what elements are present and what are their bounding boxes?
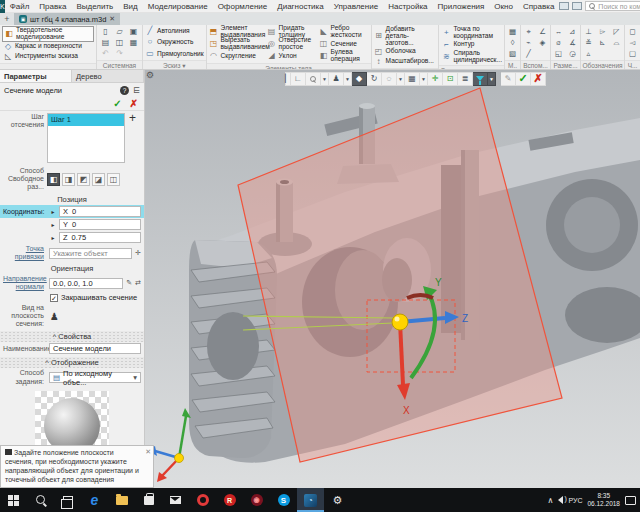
fit-all-icon[interactable]: ✛ [428, 72, 443, 86]
save-icon[interactable]: ▣ [127, 26, 140, 37]
display-section-header[interactable]: ^ Отображение [0, 357, 144, 368]
menu-file[interactable]: Файл [5, 0, 35, 13]
tool-icon[interactable] [536, 48, 549, 59]
settings-button[interactable]: ⚙ [324, 488, 351, 512]
step-item-selected[interactable]: Шаг 1 [48, 114, 124, 126]
rib-button[interactable]: ◣Ребро жесткости [319, 26, 369, 38]
zoom-tool-icon[interactable] [306, 72, 321, 86]
section-name-field[interactable]: Сечение модели [49, 343, 141, 354]
undo-icon[interactable]: ↶ [99, 48, 112, 59]
edit-pencil-icon[interactable]: ✎ [501, 72, 516, 86]
placement-mode-3-button[interactable]: ◩ [77, 173, 90, 186]
tool-icon[interactable]: ∠ [536, 26, 549, 37]
print-icon[interactable]: ▤ [99, 37, 112, 48]
app-red-button[interactable]: R [216, 488, 243, 512]
filter-dropdown-icon[interactable]: ▼ [488, 72, 496, 86]
tool-icon[interactable]: ⌁ [522, 37, 535, 48]
new-file-icon[interactable]: ▯ [99, 26, 112, 37]
coordinate-z-field[interactable]: Z0.75 [59, 232, 141, 243]
new-document-tab-button[interactable]: + [0, 13, 14, 25]
tool-icon[interactable]: ◸ [610, 26, 623, 37]
orbit-icon[interactable]: ↻ [367, 72, 382, 86]
anchor-point-link[interactable]: Точка привязки [3, 245, 47, 261]
hidden-lines-dropdown-icon[interactable]: ▼ [397, 72, 405, 86]
cut-extrude-button[interactable]: ◳Вырезать выдавливанием [209, 38, 267, 50]
orientation-dropdown-icon[interactable]: ▼ [344, 72, 352, 86]
display-mode-shaded-icon[interactable]: ◆ [352, 72, 367, 86]
normal-direction-link[interactable]: Направление нормали [3, 275, 47, 291]
layers-icon[interactable]: ≣ [458, 72, 473, 86]
add-part-blank-button[interactable]: ⊞Добавить деталь-заготов... [374, 26, 437, 47]
redo-icon[interactable]: ↷ [113, 48, 126, 59]
placement-mode-2-button[interactable]: ◨ [62, 173, 75, 186]
filter-icon[interactable] [473, 72, 488, 86]
fillet-button[interactable]: ◠Скругление [209, 50, 267, 62]
store-button[interactable] [135, 488, 162, 512]
tool-icon[interactable] [610, 48, 623, 59]
sketch-plane-icon[interactable]: ∟ [291, 72, 306, 86]
placement-mode-5-button[interactable]: ◫ [107, 173, 120, 186]
circle-button[interactable]: ○Окружность [145, 38, 204, 48]
model-scene[interactable]: Y Z X [145, 70, 640, 488]
start-button[interactable] [0, 488, 27, 512]
autoline-button[interactable]: ╱Автолиния [145, 26, 204, 36]
mode-sketch-tools-button[interactable]: ◺Инструменты эскиза [2, 52, 94, 62]
hidden-lines-icon[interactable]: ◌ [382, 72, 397, 86]
tool-icon[interactable]: ▢ [626, 48, 639, 59]
flip-normal-icon[interactable]: ⇄ [135, 279, 141, 287]
tray-expand-icon[interactable]: ∧ [548, 496, 554, 505]
shell-button[interactable]: ◰Оболочка [374, 47, 437, 57]
open-file-icon[interactable]: ▱ [113, 26, 126, 37]
menu-settings[interactable]: Настройка [383, 0, 432, 13]
fill-section-checkbox[interactable]: ✓ [50, 294, 58, 302]
placement-mode-4-button[interactable]: ◪ [92, 173, 105, 186]
anchor-picker-icon[interactable]: ✛ [135, 249, 141, 257]
add-step-button[interactable]: + [129, 113, 136, 123]
mode-solid-modeling-button[interactable]: ◧Твердотельное моделирование [2, 26, 94, 42]
tool-icon[interactable]: ◱ [552, 48, 565, 59]
tool-icon[interactable]: ⌖ [522, 26, 535, 37]
menu-layout[interactable]: Оформление [213, 0, 273, 13]
task-method-dropdown[interactable]: ▤По исходному объе...▾ [49, 372, 141, 383]
3d-viewport[interactable]: Y Z X ⚙ ▏ ∟ [145, 70, 640, 488]
edit-normal-icon[interactable]: ✎ [126, 279, 132, 287]
tool-icon[interactable]: ⊾ [596, 37, 609, 48]
help-icon[interactable]: ? [120, 86, 129, 95]
command-search-input[interactable]: Поиск по командам (Alt+/) [585, 1, 640, 11]
tool-icon[interactable] [596, 48, 609, 59]
tool-icon[interactable]: ↔ [552, 26, 565, 37]
clock[interactable]: 8:35 06.12.2018 [587, 492, 620, 509]
viewport-cancel-icon[interactable]: ✗ [531, 72, 546, 86]
skype-button[interactable]: S [270, 488, 297, 512]
document-tab[interactable]: ▣ шт гбц 4 клапана.m3d ✕ [14, 13, 120, 25]
scale-button[interactable]: ↕Масштабиров... [374, 57, 437, 67]
tool-icon[interactable]: ◻ [626, 26, 639, 37]
window-layout-icon[interactable] [559, 2, 569, 10]
tree-structure-icon[interactable]: ⋿ [133, 86, 140, 95]
tool-icon[interactable]: ∡ [566, 37, 579, 48]
coordinate-x-field[interactable]: X0 [59, 206, 141, 217]
draft-button[interactable]: ◢Уклон [267, 50, 319, 62]
anchor-object-field[interactable]: Укажите объект [49, 248, 132, 259]
boolean-button[interactable]: ◧Булева операция [319, 50, 369, 62]
pin-icon[interactable]: ► [49, 209, 57, 215]
file-explorer-button[interactable] [108, 488, 135, 512]
view-on-plane-icon[interactable]: ♟ [50, 311, 59, 322]
window-layout-icon-2[interactable] [572, 2, 582, 10]
menu-diagnostics[interactable]: Диагностика [272, 0, 328, 13]
menu-window[interactable]: Окно [489, 0, 518, 13]
image-mode-dropdown-icon[interactable]: ▼ [420, 72, 428, 86]
cut-step-list[interactable]: Шаг 1 [47, 113, 125, 163]
tool-icon[interactable]: ╱ [522, 48, 535, 59]
pin-icon[interactable]: ► [49, 235, 57, 241]
tab-parameters[interactable]: Параметры [0, 70, 72, 82]
volume-icon[interactable] [558, 496, 563, 504]
save-all-icon[interactable]: ▦ [127, 37, 140, 48]
tool-icon[interactable]: ▦ [506, 26, 519, 37]
coordinate-y-field[interactable]: Y0 [59, 219, 141, 230]
properties-section-header[interactable]: ^ Свойства [0, 331, 144, 342]
tab-close-icon[interactable]: ✕ [109, 15, 115, 23]
cancel-button[interactable]: ✗ [130, 98, 138, 109]
menu-edit[interactable]: Правка [34, 0, 71, 13]
image-mode-icon[interactable]: ▦ [405, 72, 420, 86]
